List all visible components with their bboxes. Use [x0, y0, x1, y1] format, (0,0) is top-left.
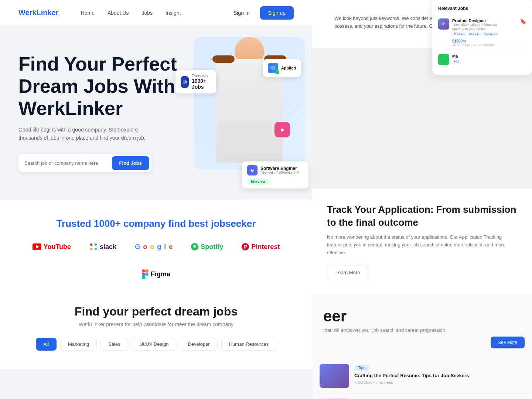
relevant-job-info: Product Designer Traveloka • Jakarta, In…	[452, 18, 517, 47]
applied-icon: ⊞ ✓	[268, 63, 278, 73]
track-title: Track Your Application: From submission …	[327, 203, 517, 229]
trusted-end: company find best jobseeker	[121, 218, 256, 229]
tab-marketing[interactable]: Marketing	[60, 338, 97, 351]
figma-icon	[142, 269, 149, 279]
tab-uiux[interactable]: UI/UX Design	[132, 338, 177, 351]
svg-rect-4	[90, 248, 92, 250]
nav-home[interactable]: Home	[81, 10, 95, 16]
blog-meta-1: 7 Oct 2023 • 7 min read	[354, 381, 525, 385]
rj-tag2-fulltime: Full	[452, 59, 461, 64]
svg-rect-9	[142, 269, 145, 273]
right-inner: We look beyond just keywords. We conside…	[312, 0, 532, 399]
person-hair-l	[212, 55, 235, 63]
daily-count: 1000+ Jobs	[192, 78, 211, 90]
daily-label: Every day	[192, 74, 211, 78]
dribbble-icon-float: ●	[274, 122, 290, 137]
right-top-container: We look beyond just keywords. We conside…	[312, 0, 532, 48]
bookmark-icon[interactable]: 🔖	[520, 18, 526, 24]
company-logos: YouTube slack Google	[18, 243, 294, 279]
tab-sales[interactable]: Sales	[100, 338, 128, 351]
discord-icon: ◉	[247, 165, 258, 175]
blog-title-1[interactable]: Crafting the Perfect Resume: Tips for Jo…	[354, 372, 525, 379]
interview-badge: Inteview	[247, 178, 269, 185]
search-input[interactable]	[24, 160, 112, 166]
see-more-button[interactable]: See More	[491, 337, 525, 348]
nav-jobs[interactable]: Jobs	[142, 10, 153, 16]
pinterest-logo: P Pinterest	[242, 243, 280, 251]
spotify-icon	[191, 243, 198, 250]
blog-tag-1: Tips	[354, 365, 369, 371]
relevant-job-title-text: Product Designer	[452, 18, 517, 23]
navbar: WerkLinker Home About Us Jobs Insight Si…	[0, 0, 312, 26]
search-box: Find Jobs	[18, 154, 151, 172]
relevant-job-icon: ✈	[438, 18, 449, 30]
jobs-section-subtitle: WerkLinker present for help candidate fo…	[18, 321, 294, 327]
figma-logo: Figma	[142, 269, 170, 279]
relevant-job-icon-2: ↑	[438, 54, 449, 65]
left-section: WerkLinker Home About Us Jobs Insight Si…	[0, 0, 312, 399]
partial-title-text: eer	[312, 307, 532, 325]
blog-section: Tips Crafting the Perfect Resume: Tips f…	[312, 351, 532, 399]
blog-thumb-1	[320, 364, 349, 388]
svg-rect-10	[145, 269, 149, 273]
pinterest-icon: P	[242, 243, 249, 250]
jobs-section-title: Find your perfect dream jobs	[18, 305, 294, 318]
daily-text: Every day 1000+ Jobs	[192, 74, 211, 90]
trusted-start: Trusted	[57, 218, 94, 229]
partial-subtitle-text: that will empower your job search and ca…	[312, 327, 532, 333]
relevant-job-tags: Fulltime Remote 2-4 Years	[452, 32, 517, 36]
svg-point-6	[191, 243, 198, 250]
youtube-icon	[33, 243, 41, 250]
eer-section: eer that will empower your job search an…	[312, 294, 532, 399]
rj-tag-remote: Remote	[467, 32, 481, 36]
youtube-logo: YouTube	[33, 243, 71, 251]
signin-button[interactable]: Sign In	[228, 7, 256, 19]
tab-hr[interactable]: Human Resources	[221, 338, 277, 351]
tab-developer[interactable]: Developer	[180, 338, 217, 351]
nav-about[interactable]: About Us	[108, 10, 129, 16]
slack-text: slack	[100, 243, 116, 251]
spotify-logo: Google Spotify	[191, 243, 223, 251]
svg-point-12	[145, 273, 149, 276]
nav-insight[interactable]: Insight	[166, 10, 181, 16]
hero-person	[209, 37, 290, 181]
relevant-job-match: Match with your profile	[452, 27, 517, 31]
right-section: We look beyond just keywords. We conside…	[312, 0, 532, 399]
track-description: No more wondering about the status of yo…	[327, 233, 517, 256]
slack-logo: slack	[89, 243, 116, 251]
tab-all[interactable]: All	[36, 338, 57, 351]
jobs-section: Find your perfect dream jobs WerkLinker …	[0, 297, 312, 369]
google-g: G	[135, 243, 140, 251]
discord-job-card: ◉ Software Enginer Discord • California,…	[242, 161, 308, 188]
relevant-job-time: an hour ago • 140 Applicants	[452, 43, 517, 47]
svg-text:P: P	[244, 244, 247, 250]
spotify-label: Spotify	[201, 243, 223, 251]
hero-title: Find Your Perfect Dream Jobs With WerkLi…	[18, 53, 181, 119]
blog-content-1: Tips Crafting the Perfect Resume: Tips f…	[354, 364, 525, 388]
relevant-job-title-2: Ma	[452, 54, 461, 58]
slack-icon	[89, 243, 98, 251]
page-wrapper: WerkLinker Home About Us Jobs Insight Si…	[0, 0, 532, 399]
relevant-job-company: Traveloka • Jakarta, Indonesia	[452, 23, 517, 27]
trusted-count: 1000+	[94, 218, 121, 229]
relevant-job-item-2: ↑ Ma Full	[438, 50, 526, 69]
relevant-jobs-panel: Relevant Jobs ✈ Product Designer Travelo…	[432, 0, 532, 75]
youtube-text: YouTube	[44, 243, 71, 251]
relevant-jobs-title: Relevant Jobs	[438, 6, 526, 11]
brand-logo: WerkLinker	[18, 8, 59, 17]
discord-header: ◉ Software Enginer Discord • California,…	[247, 165, 303, 175]
daily-jobs-card: ✉ Every day 1000+ Jobs	[175, 70, 216, 93]
relevant-job-item: ✈ Product Designer Traveloka • Jakarta, …	[438, 16, 526, 50]
category-tabs: All Marketing Sales UI/UX Design Develop…	[18, 338, 294, 351]
rj-tag-fulltime: Fulltime	[452, 32, 466, 36]
trusted-title: Trusted 1000+ company find best jobseeke…	[18, 218, 294, 229]
signup-button[interactable]: Sign up	[260, 6, 294, 20]
hero-section: Find Your Perfect Dream Jobs With WerkLi…	[0, 26, 312, 200]
svg-rect-5	[95, 248, 97, 250]
discord-info: Software Enginer Discord • California, U…	[260, 166, 299, 175]
learn-more-button[interactable]: Learn More	[327, 266, 368, 279]
find-jobs-button[interactable]: Find Jobs	[112, 156, 149, 170]
google-logo: Google	[135, 243, 173, 251]
nav-actions: Sign In Sign up	[228, 6, 294, 20]
hero-illustration: ✉ Every day 1000+ Jobs ⊞ ✓ Applied	[175, 26, 312, 200]
